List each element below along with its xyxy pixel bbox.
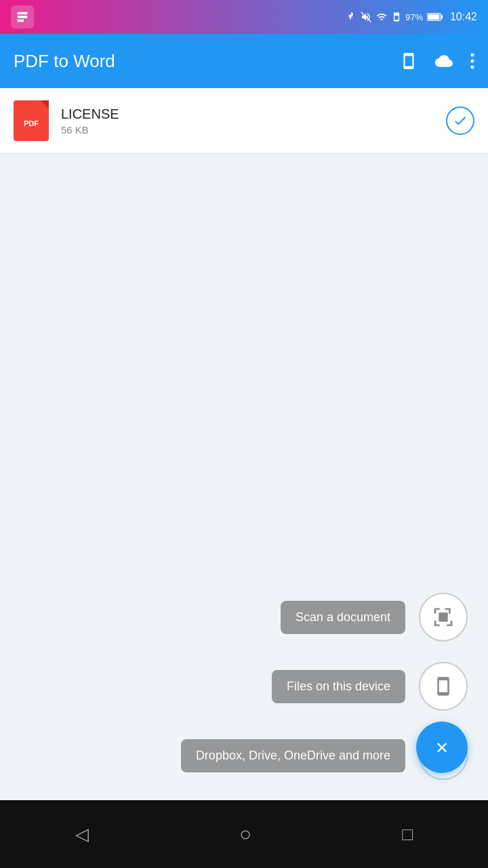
fab-menu: Scan a document Files on this device Dro… bbox=[0, 593, 488, 787]
file-size: 56 KB bbox=[61, 124, 446, 136]
device-label[interactable]: Files on this device bbox=[272, 670, 405, 703]
svg-rect-2 bbox=[441, 15, 443, 18]
status-bar: 97% 10:42 bbox=[0, 0, 488, 34]
file-item[interactable]: PDF LICENSE 56 KB bbox=[0, 88, 488, 154]
status-icons: 97% 10:42 bbox=[346, 11, 477, 23]
cloud-icon[interactable] bbox=[434, 52, 454, 70]
battery-icon bbox=[427, 12, 443, 22]
svg-point-5 bbox=[471, 60, 474, 63]
scan-row[interactable]: Scan a document bbox=[281, 593, 468, 642]
device-icon-circle[interactable] bbox=[419, 662, 468, 711]
device-files-row[interactable]: Files on this device bbox=[272, 662, 468, 711]
scan-icon-circle[interactable] bbox=[419, 593, 468, 642]
select-check-icon[interactable] bbox=[446, 106, 474, 135]
file-name: LICENSE bbox=[61, 106, 446, 122]
close-icon: × bbox=[436, 736, 449, 758]
scan-label[interactable]: Scan a document bbox=[281, 601, 405, 634]
svg-point-4 bbox=[471, 54, 474, 57]
svg-point-6 bbox=[471, 66, 474, 69]
file-info: LICENSE 56 KB bbox=[61, 106, 446, 136]
status-time: 10:42 bbox=[450, 11, 477, 23]
bottom-navigation: ◁ ○ □ bbox=[0, 800, 488, 868]
toolbar: PDF to Word bbox=[0, 34, 488, 88]
bluetooth-icon bbox=[346, 12, 357, 22]
recents-button[interactable]: □ bbox=[402, 824, 413, 845]
svg-rect-3 bbox=[428, 14, 439, 20]
pdf-file-icon: PDF bbox=[14, 100, 49, 141]
close-fab-button[interactable]: × bbox=[416, 722, 468, 773]
app-title: PDF to Word bbox=[14, 51, 115, 72]
mute-icon bbox=[361, 12, 371, 22]
toolbar-actions bbox=[400, 52, 474, 70]
app-icon bbox=[11, 5, 34, 28]
phone-icon[interactable] bbox=[400, 52, 418, 70]
home-button[interactable]: ○ bbox=[239, 823, 251, 846]
battery-percentage: 97% bbox=[405, 12, 423, 22]
sim-icon bbox=[392, 12, 401, 22]
back-button[interactable]: ◁ bbox=[75, 824, 89, 845]
more-options-icon[interactable] bbox=[470, 52, 474, 70]
cloud-label[interactable]: Dropbox, Drive, OneDrive and more bbox=[181, 739, 405, 772]
wifi-icon bbox=[375, 12, 388, 22]
